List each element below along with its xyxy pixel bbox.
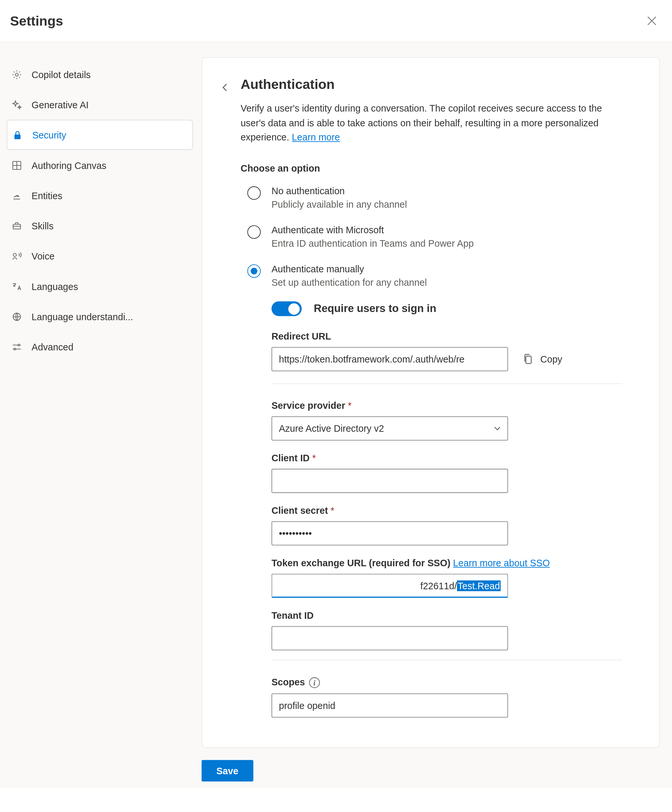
token-exchange-label-text: Token exchange URL (required for SSO) (271, 558, 453, 568)
back-button[interactable] (219, 78, 231, 97)
text-underline-icon (10, 189, 24, 202)
toolbox-icon (10, 219, 24, 232)
scopes-label: Scopesi (271, 677, 622, 688)
sidebar: Copilot details Generative AI Security A… (0, 42, 202, 788)
token-exchange-label: Token exchange URL (required for SSO) Le… (271, 558, 622, 568)
svg-point-6 (18, 344, 20, 345)
copy-label: Copy (540, 354, 562, 365)
save-button[interactable]: Save (202, 760, 253, 782)
sidebar-item-skills[interactable]: Skills (7, 211, 193, 241)
tenant-id-input[interactable] (271, 626, 508, 651)
scopes-label-text: Scopes (271, 677, 305, 687)
radio-subtext: Entra ID authentication in Teams and Pow… (271, 238, 474, 249)
client-secret-input[interactable] (271, 521, 508, 546)
svg-point-0 (15, 73, 19, 76)
token-exchange-value-plain: f22611d/ (420, 580, 457, 591)
sidebar-item-advanced[interactable]: Advanced (7, 332, 193, 362)
redirect-url-label: Redirect URL (271, 331, 622, 342)
sidebar-item-language-understanding[interactable]: Language understandi... (7, 301, 193, 331)
client-id-label: Client ID (271, 453, 622, 464)
sidebar-item-authoring-canvas[interactable]: Authoring Canvas (7, 150, 193, 180)
voice-icon (10, 249, 24, 263)
info-icon[interactable]: i (309, 677, 320, 688)
header: Settings (0, 0, 672, 42)
radio-authenticate-manually[interactable] (247, 264, 260, 278)
sidebar-item-security[interactable]: Security (7, 120, 193, 150)
page-title: Settings (10, 13, 644, 29)
sidebar-item-label: Security (32, 130, 66, 140)
authentication-card: Authentication Verify a user's identity … (202, 57, 660, 748)
sliders-icon (10, 340, 24, 353)
divider (271, 384, 622, 384)
translate-icon (10, 280, 24, 293)
sidebar-item-label: Copilot details (31, 69, 90, 80)
sidebar-item-label: Advanced (31, 341, 73, 352)
sidebar-item-label: Language understandi... (31, 311, 133, 322)
client-id-input[interactable] (271, 469, 508, 493)
learn-more-link[interactable]: Learn more (292, 132, 340, 143)
learn-more-sso-link[interactable]: Learn more about SSO (453, 558, 550, 568)
sidebar-item-label: Skills (31, 220, 53, 231)
gear-icon (10, 68, 24, 81)
sidebar-item-languages[interactable]: Languages (7, 271, 193, 301)
close-icon (647, 16, 657, 26)
sparkle-icon (10, 98, 24, 111)
scopes-input[interactable] (271, 694, 508, 718)
chevron-left-icon (221, 83, 229, 92)
globe-icon (10, 310, 24, 323)
sidebar-item-label: Languages (31, 281, 78, 292)
client-secret-label: Client secret (271, 505, 622, 516)
require-signin-label: Require users to sign in (314, 303, 436, 315)
sidebar-item-copilot-details[interactable]: Copilot details (7, 59, 193, 89)
divider (271, 660, 622, 660)
sidebar-item-label: Entities (31, 190, 62, 201)
radio-label: Authenticate with Microsoft (271, 225, 474, 235)
sidebar-item-generative-ai[interactable]: Generative AI (7, 90, 193, 120)
radio-authenticate-microsoft[interactable] (247, 225, 260, 239)
svg-point-4 (13, 253, 16, 256)
copy-icon (523, 353, 534, 365)
radio-subtext: Set up authentication for any channel (271, 277, 427, 288)
grid-icon (10, 159, 24, 172)
sidebar-item-label: Voice (31, 251, 54, 261)
lock-icon (11, 128, 24, 142)
close-button[interactable] (644, 13, 660, 29)
service-provider-select[interactable] (271, 416, 508, 441)
radio-label: No authentication (271, 186, 407, 196)
sidebar-item-label: Generative AI (31, 99, 88, 110)
svg-rect-8 (526, 356, 531, 364)
copy-button[interactable]: Copy (523, 353, 562, 365)
redirect-url-input[interactable] (271, 347, 508, 371)
radio-subtext: Publicly available in any channel (271, 199, 407, 210)
section-description: Verify a user's identity during a conver… (241, 102, 622, 145)
service-provider-label: Service provider (271, 400, 622, 411)
sidebar-item-label: Authoring Canvas (31, 160, 106, 171)
token-exchange-value-selected: Test.Read (457, 580, 500, 591)
radio-label: Authenticate manually (271, 264, 427, 275)
radio-no-authentication[interactable] (247, 186, 260, 200)
svg-point-7 (14, 348, 15, 350)
choose-option-label: Choose an option (241, 163, 622, 174)
sidebar-item-entities[interactable]: Entities (7, 180, 193, 210)
require-signin-toggle[interactable] (271, 302, 301, 316)
token-exchange-input[interactable]: f22611d/Test.Read (271, 574, 508, 598)
sidebar-item-voice[interactable]: Voice (7, 241, 193, 271)
section-title: Authentication (241, 77, 622, 92)
svg-rect-1 (14, 134, 20, 139)
tenant-id-label: Tenant ID (271, 610, 622, 621)
